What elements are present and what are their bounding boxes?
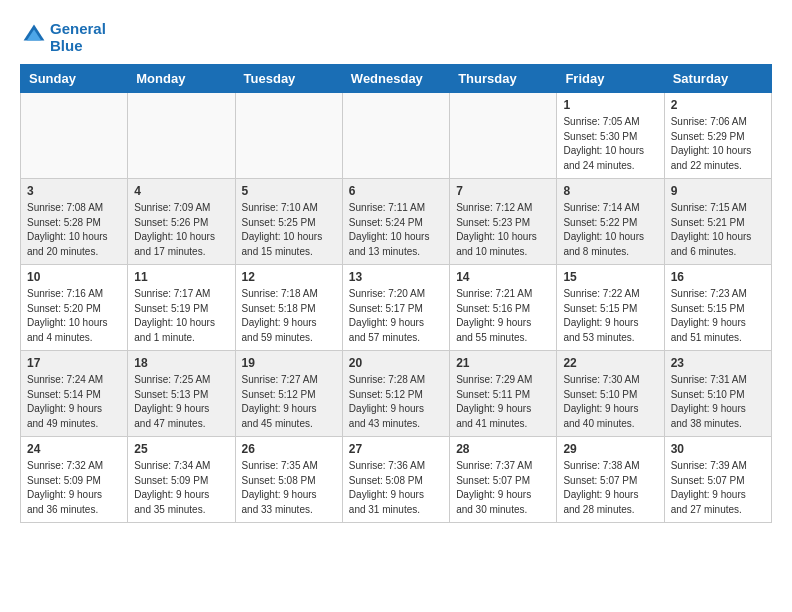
day-number: 25 xyxy=(134,442,228,456)
calendar-day-cell: 5Sunrise: 7:10 AM Sunset: 5:25 PM Daylig… xyxy=(235,179,342,265)
day-info: Sunrise: 7:34 AM Sunset: 5:09 PM Dayligh… xyxy=(134,459,228,517)
calendar-day-cell: 22Sunrise: 7:30 AM Sunset: 5:10 PM Dayli… xyxy=(557,351,664,437)
weekday-header-friday: Friday xyxy=(557,65,664,93)
day-info: Sunrise: 7:18 AM Sunset: 5:18 PM Dayligh… xyxy=(242,287,336,345)
calendar-day-cell: 20Sunrise: 7:28 AM Sunset: 5:12 PM Dayli… xyxy=(342,351,449,437)
day-info: Sunrise: 7:37 AM Sunset: 5:07 PM Dayligh… xyxy=(456,459,550,517)
calendar-week-row: 10Sunrise: 7:16 AM Sunset: 5:20 PM Dayli… xyxy=(21,265,772,351)
day-number: 26 xyxy=(242,442,336,456)
day-number: 28 xyxy=(456,442,550,456)
calendar-day-cell: 25Sunrise: 7:34 AM Sunset: 5:09 PM Dayli… xyxy=(128,437,235,523)
day-number: 22 xyxy=(563,356,657,370)
day-info: Sunrise: 7:35 AM Sunset: 5:08 PM Dayligh… xyxy=(242,459,336,517)
day-info: Sunrise: 7:06 AM Sunset: 5:29 PM Dayligh… xyxy=(671,115,765,173)
day-number: 4 xyxy=(134,184,228,198)
calendar-day-cell xyxy=(450,93,557,179)
day-info: Sunrise: 7:11 AM Sunset: 5:24 PM Dayligh… xyxy=(349,201,443,259)
calendar-day-cell: 8Sunrise: 7:14 AM Sunset: 5:22 PM Daylig… xyxy=(557,179,664,265)
day-info: Sunrise: 7:36 AM Sunset: 5:08 PM Dayligh… xyxy=(349,459,443,517)
day-info: Sunrise: 7:12 AM Sunset: 5:23 PM Dayligh… xyxy=(456,201,550,259)
calendar-header-row: SundayMondayTuesdayWednesdayThursdayFrid… xyxy=(21,65,772,93)
calendar-day-cell: 24Sunrise: 7:32 AM Sunset: 5:09 PM Dayli… xyxy=(21,437,128,523)
calendar-day-cell: 28Sunrise: 7:37 AM Sunset: 5:07 PM Dayli… xyxy=(450,437,557,523)
day-info: Sunrise: 7:25 AM Sunset: 5:13 PM Dayligh… xyxy=(134,373,228,431)
calendar-day-cell: 26Sunrise: 7:35 AM Sunset: 5:08 PM Dayli… xyxy=(235,437,342,523)
day-number: 20 xyxy=(349,356,443,370)
calendar-day-cell: 23Sunrise: 7:31 AM Sunset: 5:10 PM Dayli… xyxy=(664,351,771,437)
calendar-day-cell: 17Sunrise: 7:24 AM Sunset: 5:14 PM Dayli… xyxy=(21,351,128,437)
day-info: Sunrise: 7:38 AM Sunset: 5:07 PM Dayligh… xyxy=(563,459,657,517)
logo-general: General xyxy=(50,20,106,37)
day-info: Sunrise: 7:16 AM Sunset: 5:20 PM Dayligh… xyxy=(27,287,121,345)
day-number: 7 xyxy=(456,184,550,198)
day-number: 14 xyxy=(456,270,550,284)
day-number: 23 xyxy=(671,356,765,370)
calendar-day-cell: 21Sunrise: 7:29 AM Sunset: 5:11 PM Dayli… xyxy=(450,351,557,437)
day-info: Sunrise: 7:08 AM Sunset: 5:28 PM Dayligh… xyxy=(27,201,121,259)
day-number: 11 xyxy=(134,270,228,284)
day-info: Sunrise: 7:14 AM Sunset: 5:22 PM Dayligh… xyxy=(563,201,657,259)
calendar-day-cell xyxy=(235,93,342,179)
day-info: Sunrise: 7:27 AM Sunset: 5:12 PM Dayligh… xyxy=(242,373,336,431)
day-info: Sunrise: 7:20 AM Sunset: 5:17 PM Dayligh… xyxy=(349,287,443,345)
calendar-day-cell: 3Sunrise: 7:08 AM Sunset: 5:28 PM Daylig… xyxy=(21,179,128,265)
day-number: 1 xyxy=(563,98,657,112)
weekday-header-thursday: Thursday xyxy=(450,65,557,93)
day-info: Sunrise: 7:17 AM Sunset: 5:19 PM Dayligh… xyxy=(134,287,228,345)
calendar-day-cell: 10Sunrise: 7:16 AM Sunset: 5:20 PM Dayli… xyxy=(21,265,128,351)
day-number: 13 xyxy=(349,270,443,284)
calendar-day-cell: 11Sunrise: 7:17 AM Sunset: 5:19 PM Dayli… xyxy=(128,265,235,351)
day-number: 10 xyxy=(27,270,121,284)
day-number: 19 xyxy=(242,356,336,370)
calendar-table: SundayMondayTuesdayWednesdayThursdayFrid… xyxy=(20,64,772,523)
day-number: 15 xyxy=(563,270,657,284)
day-info: Sunrise: 7:31 AM Sunset: 5:10 PM Dayligh… xyxy=(671,373,765,431)
day-number: 9 xyxy=(671,184,765,198)
calendar-day-cell: 1Sunrise: 7:05 AM Sunset: 5:30 PM Daylig… xyxy=(557,93,664,179)
day-info: Sunrise: 7:30 AM Sunset: 5:10 PM Dayligh… xyxy=(563,373,657,431)
calendar-day-cell: 12Sunrise: 7:18 AM Sunset: 5:18 PM Dayli… xyxy=(235,265,342,351)
day-number: 5 xyxy=(242,184,336,198)
weekday-header-sunday: Sunday xyxy=(21,65,128,93)
day-number: 3 xyxy=(27,184,121,198)
calendar-day-cell: 6Sunrise: 7:11 AM Sunset: 5:24 PM Daylig… xyxy=(342,179,449,265)
day-info: Sunrise: 7:28 AM Sunset: 5:12 PM Dayligh… xyxy=(349,373,443,431)
day-info: Sunrise: 7:24 AM Sunset: 5:14 PM Dayligh… xyxy=(27,373,121,431)
calendar-day-cell xyxy=(128,93,235,179)
calendar-day-cell: 18Sunrise: 7:25 AM Sunset: 5:13 PM Dayli… xyxy=(128,351,235,437)
day-number: 21 xyxy=(456,356,550,370)
calendar-day-cell: 7Sunrise: 7:12 AM Sunset: 5:23 PM Daylig… xyxy=(450,179,557,265)
calendar-day-cell: 2Sunrise: 7:06 AM Sunset: 5:29 PM Daylig… xyxy=(664,93,771,179)
day-info: Sunrise: 7:29 AM Sunset: 5:11 PM Dayligh… xyxy=(456,373,550,431)
calendar-day-cell: 19Sunrise: 7:27 AM Sunset: 5:12 PM Dayli… xyxy=(235,351,342,437)
calendar-day-cell: 27Sunrise: 7:36 AM Sunset: 5:08 PM Dayli… xyxy=(342,437,449,523)
day-number: 17 xyxy=(27,356,121,370)
day-number: 8 xyxy=(563,184,657,198)
calendar-week-row: 1Sunrise: 7:05 AM Sunset: 5:30 PM Daylig… xyxy=(21,93,772,179)
logo-icon xyxy=(22,23,46,47)
calendar-day-cell: 13Sunrise: 7:20 AM Sunset: 5:17 PM Dayli… xyxy=(342,265,449,351)
page-header: General Blue xyxy=(20,20,772,54)
day-number: 27 xyxy=(349,442,443,456)
day-number: 24 xyxy=(27,442,121,456)
calendar-day-cell xyxy=(342,93,449,179)
day-info: Sunrise: 7:15 AM Sunset: 5:21 PM Dayligh… xyxy=(671,201,765,259)
day-number: 18 xyxy=(134,356,228,370)
day-info: Sunrise: 7:10 AM Sunset: 5:25 PM Dayligh… xyxy=(242,201,336,259)
day-info: Sunrise: 7:22 AM Sunset: 5:15 PM Dayligh… xyxy=(563,287,657,345)
day-number: 30 xyxy=(671,442,765,456)
calendar-week-row: 3Sunrise: 7:08 AM Sunset: 5:28 PM Daylig… xyxy=(21,179,772,265)
weekday-header-monday: Monday xyxy=(128,65,235,93)
day-number: 12 xyxy=(242,270,336,284)
day-number: 2 xyxy=(671,98,765,112)
calendar-day-cell: 4Sunrise: 7:09 AM Sunset: 5:26 PM Daylig… xyxy=(128,179,235,265)
calendar-day-cell: 9Sunrise: 7:15 AM Sunset: 5:21 PM Daylig… xyxy=(664,179,771,265)
day-info: Sunrise: 7:39 AM Sunset: 5:07 PM Dayligh… xyxy=(671,459,765,517)
logo-blue: Blue xyxy=(50,37,106,54)
day-number: 29 xyxy=(563,442,657,456)
calendar-day-cell: 30Sunrise: 7:39 AM Sunset: 5:07 PM Dayli… xyxy=(664,437,771,523)
weekday-header-tuesday: Tuesday xyxy=(235,65,342,93)
calendar-day-cell: 15Sunrise: 7:22 AM Sunset: 5:15 PM Dayli… xyxy=(557,265,664,351)
calendar-day-cell: 29Sunrise: 7:38 AM Sunset: 5:07 PM Dayli… xyxy=(557,437,664,523)
calendar-week-row: 24Sunrise: 7:32 AM Sunset: 5:09 PM Dayli… xyxy=(21,437,772,523)
